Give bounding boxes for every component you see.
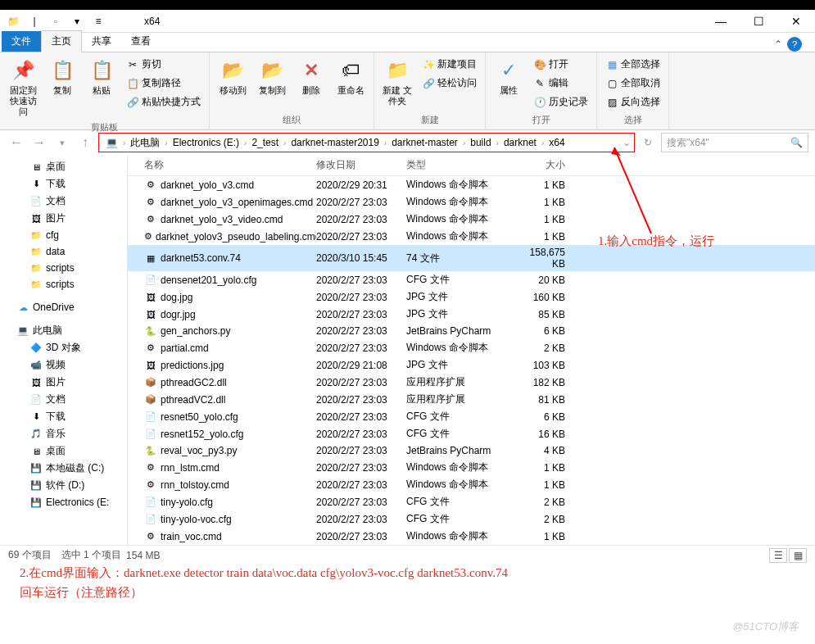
file-row[interactable]: 📄tiny-yolo-voc.cfg 2020/2/27 23:03 CFG 文… [128, 510, 815, 528]
sidebar: 🖥桌面⬇下载📄文档🖼图片📁cfg📁data📁scripts📁scripts☁On… [0, 155, 128, 545]
qat-more[interactable]: ≡ [92, 15, 105, 28]
sidebar-item[interactable]: 💾软件 (D:) [0, 477, 127, 494]
file-row[interactable]: ⚙partial.cmd 2020/2/27 23:03 Windows 命令脚… [128, 339, 815, 356]
history-button[interactable]: 🕐历史记录 [530, 93, 591, 111]
sidebar-thispc[interactable]: 💻此电脑 [0, 322, 127, 339]
file-row[interactable]: ⚙rnn_lstm.cmd 2020/2/27 23:03 Windows 命令… [128, 459, 815, 476]
newitem-button[interactable]: ✨新建项目 [419, 56, 480, 73]
file-row[interactable]: 📦pthreadVC2.dll 2020/2/27 23:03 应用程序扩展 8… [128, 391, 815, 408]
properties-icon[interactable]: ▫ [49, 15, 62, 28]
sidebar-item[interactable]: 💾Electronics (E: [0, 494, 127, 510]
sidebar-item[interactable]: 🖥桌面 [0, 158, 127, 175]
file-row[interactable]: ⚙darknet_yolo_v3_video.cmd 2020/2/27 23:… [128, 211, 815, 228]
search-input[interactable]: 搜索"x64"🔍 [661, 133, 808, 152]
qat-dropdown-icon[interactable]: ▾ [70, 15, 84, 28]
file-row[interactable]: 📄resnet50_yolo.cfg 2020/2/27 23:03 CFG 文… [128, 408, 815, 425]
pin-button[interactable]: 📌固定到 快速访问 [5, 56, 41, 120]
paste-button[interactable]: 📋粘贴 [84, 56, 120, 98]
breadcrumb-item[interactable]: darknet-master [388, 137, 461, 148]
file-row[interactable]: 📄densenet201_yolo.cfg 2020/2/27 23:03 CF… [128, 271, 815, 288]
moveto-button[interactable]: 📂移动到 [215, 56, 251, 98]
sidebar-item[interactable]: 📁cfg [0, 227, 127, 243]
sidebar-item[interactable]: 🖼图片 [0, 374, 127, 391]
file-row[interactable]: 🐍reval_voc_py3.py 2020/2/27 23:03 JetBra… [128, 442, 815, 459]
sidebar-label: 图片 [46, 211, 66, 225]
sidebar-item[interactable]: ⬇下载 [0, 408, 127, 425]
file-icon: ⚙ [144, 213, 157, 226]
edit-button[interactable]: ✎编辑 [530, 75, 591, 92]
forward-button[interactable]: → [29, 133, 49, 152]
maximize-button[interactable]: ☐ [740, 10, 777, 33]
pasteshortcut-button[interactable]: 🔗粘贴快捷方式 [123, 93, 204, 111]
sidebar-item[interactable]: 🖥桌面 [0, 442, 127, 460]
breadcrumb-item[interactable]: 此电脑 [127, 136, 163, 150]
up-button[interactable]: ↑ [75, 133, 95, 152]
file-row[interactable]: 📦pthreadGC2.dll 2020/2/27 23:03 应用程序扩展 1… [128, 374, 815, 391]
view-details-button[interactable]: ☰ [769, 548, 787, 563]
breadcrumb-box[interactable]: 💻›此电脑›Electronics (E:)›2_test›darknet-ma… [98, 133, 635, 152]
breadcrumb-item[interactable]: 2_test [248, 137, 282, 148]
sidebar-item[interactable]: 🔷3D 对象 [0, 339, 127, 356]
tab-share[interactable]: 共享 [82, 31, 121, 52]
col-type[interactable]: 类型 [406, 158, 521, 172]
recent-button[interactable]: ▾ [52, 133, 72, 152]
col-date[interactable]: 修改日期 [316, 158, 406, 172]
sidebar-item[interactable]: 💾本地磁盘 (C:) [0, 460, 127, 477]
file-row[interactable]: ⚙darknet_yolo_v3.cmd 2020/2/29 20:31 Win… [128, 176, 815, 193]
ribbon-collapse-icon[interactable]: ⌃ [774, 39, 782, 50]
easyaccess-button[interactable]: 🔗轻松访问 [419, 75, 480, 92]
delete-button[interactable]: ✕删除 [293, 56, 329, 98]
sidebar-item[interactable]: 📁scripts [0, 260, 127, 276]
invert-button[interactable]: ▨反向选择 [602, 93, 663, 111]
selectnone-button[interactable]: ▢全部取消 [602, 75, 663, 92]
sidebar-item[interactable]: 🖼图片 [0, 210, 127, 227]
sidebar-item[interactable]: 📹视频 [0, 356, 127, 374]
sidebar-item[interactable]: 🎵音乐 [0, 425, 127, 442]
view-icons-button[interactable]: ▦ [789, 548, 807, 563]
cut-button[interactable]: ✂剪切 [123, 56, 204, 73]
file-icon: ⚙ [144, 196, 157, 209]
sidebar-item[interactable]: ⬇下载 [0, 175, 127, 193]
open-button[interactable]: 🎨打开 [530, 56, 591, 73]
help-button[interactable]: ? [787, 37, 802, 52]
file-size: 16 KB [521, 429, 578, 440]
sidebar-onedrive[interactable]: ☁OneDrive [0, 299, 127, 315]
properties-button[interactable]: ✓属性 [491, 56, 527, 98]
copyto-button[interactable]: 📂复制到 [254, 56, 290, 98]
breadcrumb-item[interactable]: darknet [500, 137, 540, 148]
breadcrumb-item[interactable]: x64 [546, 137, 568, 148]
close-button[interactable]: ✕ [777, 10, 815, 33]
sidebar-item[interactable]: 📁scripts [0, 276, 127, 293]
col-size[interactable]: 大小 [521, 158, 578, 172]
tab-view[interactable]: 查看 [121, 31, 161, 52]
col-name[interactable]: 名称 [128, 158, 316, 172]
file-row[interactable]: ⚙rnn_tolstoy.cmd 2020/2/27 23:03 Windows… [128, 476, 815, 493]
file-row[interactable]: ⚙train_voc.cmd 2020/2/27 23:03 Windows 命… [128, 528, 815, 545]
tab-file[interactable]: 文件 [2, 31, 41, 52]
file-size: 1 KB [521, 462, 578, 474]
file-row[interactable]: 📄resnet152_yolo.cfg 2020/2/27 23:03 CFG … [128, 425, 815, 442]
sidebar-item[interactable]: 📄文档 [0, 193, 127, 210]
minimize-button[interactable]: — [702, 10, 740, 33]
file-row[interactable]: 🖼predictions.jpg 2020/2/29 21:08 JPG 文件 … [128, 356, 815, 374]
bc-pc-icon[interactable]: 💻 [102, 137, 121, 148]
copypath-button[interactable]: 📋复制路径 [123, 75, 204, 92]
breadcrumb-item[interactable]: Electronics (E:) [170, 137, 242, 148]
back-button[interactable]: ← [7, 133, 26, 152]
selectall-button[interactable]: ▦全部选择 [602, 56, 663, 73]
sidebar-item[interactable]: 📄文档 [0, 391, 127, 408]
sidebar-item[interactable]: 📁data [0, 243, 127, 260]
file-row[interactable]: 🖼dogr.jpg 2020/2/27 23:03 JPG 文件 85 KB [128, 306, 815, 323]
file-date: 2020/2/27 23:03 [316, 214, 406, 225]
rename-button[interactable]: 🏷重命名 [333, 56, 369, 98]
breadcrumb-item[interactable]: build [467, 137, 494, 148]
tab-home[interactable]: 主页 [41, 30, 82, 52]
file-row[interactable]: 🖼dog.jpg 2020/2/27 23:03 JPG 文件 160 KB [128, 288, 815, 306]
copy-button[interactable]: 📋复制 [44, 56, 80, 98]
breadcrumb-item[interactable]: darknet-master2019 [288, 137, 382, 148]
file-row[interactable]: 📄tiny-yolo.cfg 2020/2/27 23:03 CFG 文件 2 … [128, 493, 815, 510]
file-row[interactable]: 🐍gen_anchors.py 2020/2/27 23:03 JetBrain… [128, 323, 815, 339]
column-headers[interactable]: 名称 修改日期 类型 大小 [128, 155, 815, 176]
newfolder-button[interactable]: 📁新建 文件夹 [379, 56, 415, 108]
file-row[interactable]: ⚙darknet_yolo_v3_openimages.cmd 2020/2/2… [128, 193, 815, 211]
